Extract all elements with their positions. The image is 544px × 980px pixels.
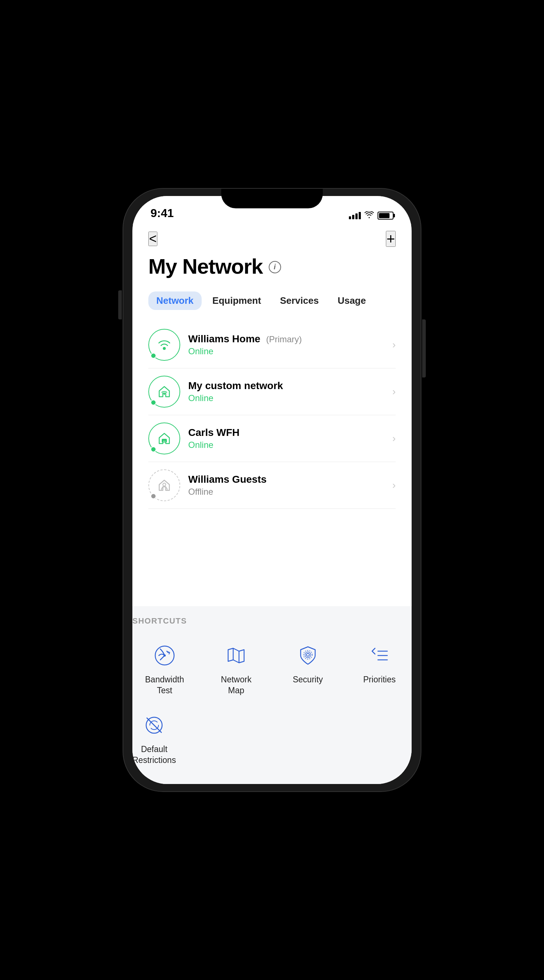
signal-icon xyxy=(349,212,361,219)
shortcuts-row2: Default Restrictions xyxy=(132,707,412,784)
security-icon xyxy=(293,641,322,670)
network-icon-guest xyxy=(148,469,180,501)
svg-point-11 xyxy=(305,652,311,658)
chevron-right-icon: › xyxy=(392,433,396,444)
network-name: My custom network xyxy=(188,380,384,391)
shortcut-bandwidth-test[interactable]: Bandwidth Test xyxy=(132,637,197,700)
shortcut-default-restrictions[interactable]: Default Restrictions xyxy=(132,707,176,770)
svg-point-10 xyxy=(306,653,309,656)
chevron-right-icon: › xyxy=(392,386,396,398)
tab-bar: Network Equipment Services Usage xyxy=(148,291,396,310)
shortcut-network-map[interactable]: Network Map xyxy=(204,637,269,700)
shortcut-label-priorities: Priorities xyxy=(363,675,396,685)
notch xyxy=(221,189,323,208)
main-content: < + My Network i Network Equipment Servi… xyxy=(132,225,412,606)
chevron-right-icon: › xyxy=(392,479,396,491)
phone-frame: 9:41 xyxy=(123,189,421,791)
tab-equipment[interactable]: Equipment xyxy=(205,291,269,310)
svg-point-0 xyxy=(163,347,166,350)
phone-screen: 9:41 xyxy=(132,196,412,784)
network-status: Online xyxy=(188,440,384,450)
network-info: Carls WFH Online xyxy=(188,427,384,450)
default-restrictions-icon xyxy=(140,711,169,740)
header-row: < + xyxy=(148,225,396,254)
shortcut-security[interactable]: Security xyxy=(276,637,340,700)
shortcut-label-default-restrictions: Default Restrictions xyxy=(132,744,176,766)
status-dot-online xyxy=(151,447,156,452)
tab-usage[interactable]: Usage xyxy=(330,291,374,310)
tab-services[interactable]: Services xyxy=(272,291,327,310)
svg-point-7 xyxy=(163,654,166,657)
network-status: Offline xyxy=(188,487,384,497)
network-status: Online xyxy=(188,393,384,403)
chevron-right-icon: › xyxy=(392,339,396,351)
add-button[interactable]: + xyxy=(386,231,396,247)
shortcuts-section: SHORTCUTS xyxy=(132,606,412,784)
priorities-icon xyxy=(365,641,394,670)
shortcuts-label: SHORTCUTS xyxy=(132,616,412,626)
shortcut-label-network-map: Network Map xyxy=(221,675,251,696)
status-dot-online xyxy=(151,399,156,406)
network-info: Williams Guests Offline xyxy=(188,474,384,497)
info-icon[interactable]: i xyxy=(269,261,281,273)
bandwidth-test-icon xyxy=(150,641,179,670)
svg-point-1 xyxy=(163,393,165,395)
page-title-row: My Network i xyxy=(148,254,396,278)
back-button[interactable]: < xyxy=(148,232,157,246)
shortcut-priorities[interactable]: Priorities xyxy=(347,637,412,700)
shortcuts-grid: Bandwidth Test Network xyxy=(132,637,412,700)
shortcut-label-bandwidth-test: Bandwidth Test xyxy=(145,675,184,696)
network-primary-label: (Primary) xyxy=(266,334,302,344)
network-name: Williams Home (Primary) xyxy=(188,333,384,345)
network-item-williams-home[interactable]: Williams Home (Primary) Online › xyxy=(148,321,396,368)
svg-point-5 xyxy=(163,483,166,486)
svg-line-17 xyxy=(147,718,162,732)
tab-network[interactable]: Network xyxy=(148,291,201,310)
network-item-williams-guests[interactable]: Williams Guests Offline › xyxy=(148,462,396,509)
network-status: Online xyxy=(188,346,384,356)
page-title: My Network xyxy=(148,254,263,278)
status-dot-offline xyxy=(151,493,156,499)
network-name: Carls WFH xyxy=(188,427,384,439)
network-list: Williams Home (Primary) Online › xyxy=(148,321,396,509)
battery-icon xyxy=(377,212,393,220)
network-info: Williams Home (Primary) Online xyxy=(188,333,384,356)
network-item-carls-wfh[interactable]: Carls WFH Online › xyxy=(148,415,396,462)
shortcut-label-security: Security xyxy=(293,675,323,685)
network-map-icon xyxy=(222,641,251,670)
network-icon-wifi xyxy=(148,329,180,361)
network-info: My custom network Online xyxy=(188,380,384,403)
wifi-status-icon xyxy=(365,211,374,220)
network-name: Williams Guests xyxy=(188,474,384,485)
status-icons xyxy=(349,211,393,221)
status-dot-online xyxy=(151,353,156,359)
network-icon-wfh xyxy=(148,423,180,455)
status-time: 9:41 xyxy=(151,207,174,221)
network-icon-home-wifi xyxy=(148,375,180,407)
network-item-custom[interactable]: My custom network Online › xyxy=(148,368,396,415)
